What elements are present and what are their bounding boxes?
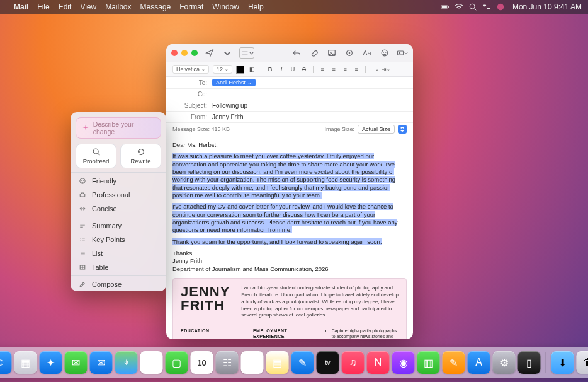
tone-concise-item[interactable]: Concise (71, 202, 166, 216)
underline-button[interactable]: U (289, 66, 297, 73)
align-center-button[interactable]: ≡ (330, 66, 337, 73)
menubar-clock[interactable]: Mon Jun 10 9:41 AM (512, 3, 582, 11)
list-icon (78, 249, 87, 258)
dock-numbers[interactable]: ▥ (417, 351, 440, 374)
list-button[interactable]: ☰⌄ (371, 66, 378, 73)
dock-appstore[interactable]: A (468, 351, 490, 374)
dock-downloads[interactable]: ⬇ (551, 351, 574, 374)
dock-launchpad[interactable]: ▦ (14, 351, 37, 374)
transform-summary-item[interactable]: Summary (71, 219, 166, 233)
strike-button[interactable]: S (300, 66, 308, 73)
control-center-icon[interactable] (482, 3, 491, 11)
window-close-button[interactable] (171, 50, 178, 56)
svg-point-22 (83, 180, 84, 181)
rewrite-label: Rewrite (130, 158, 150, 165)
battery-icon[interactable] (441, 3, 449, 11)
header-fields-button[interactable] (239, 47, 254, 59)
align-right-button[interactable]: ≡ (341, 66, 349, 73)
proofread-button[interactable]: Proofread (76, 144, 116, 168)
dock-news[interactable]: N (367, 351, 390, 374)
markup-button[interactable] (344, 48, 355, 58)
dock-maps[interactable]: ⌖ (115, 351, 138, 374)
dock-messages[interactable]: ✉ (65, 351, 88, 374)
rewrite-button[interactable]: Rewrite (120, 144, 161, 168)
dock-safari[interactable]: ✦ (40, 351, 62, 374)
image-size-select[interactable]: Actual Size (358, 125, 395, 134)
attach-button[interactable] (308, 48, 320, 58)
text-color-picker[interactable]: ◧ (248, 66, 256, 73)
to-field[interactable]: Andi Herbst⌄ (212, 79, 407, 86)
dock-calendar[interactable]: 10 (191, 351, 213, 374)
dock-contacts[interactable]: ☷ (216, 351, 239, 374)
media-browser-button[interactable] (397, 48, 408, 58)
dock-reminders[interactable]: ☰ (241, 351, 264, 374)
menu-help[interactable]: Help (248, 3, 264, 11)
tone-professional-item[interactable]: Professional (71, 188, 166, 202)
siri-icon[interactable] (496, 3, 505, 11)
dock-tv[interactable]: tv (317, 351, 339, 374)
menu-window[interactable]: Window (212, 3, 239, 11)
text-color-swatch[interactable] (236, 66, 244, 74)
align-left-button[interactable]: ≡ (319, 66, 326, 73)
align-justify-button[interactable]: ≡ (353, 66, 360, 73)
message-body[interactable]: Dear Ms. Herbst, It was such a pleasure … (166, 137, 413, 339)
send-button[interactable] (204, 48, 215, 58)
font-family-select[interactable]: Helvetica⌄ (172, 65, 209, 74)
text-format-button[interactable]: Aa (361, 48, 373, 58)
svg-rect-1 (442, 6, 447, 8)
font-size-select[interactable]: 12⌄ (213, 65, 232, 74)
dock-podcasts[interactable]: ◉ (392, 351, 415, 374)
dock-mail[interactable]: ✉ (90, 351, 113, 374)
app-menu[interactable]: Mail (14, 3, 28, 11)
reply-button[interactable] (291, 48, 302, 58)
wifi-icon[interactable] (455, 3, 463, 11)
subject-field-row: Subject: Following up (166, 100, 413, 112)
smile-icon (78, 177, 87, 185)
dock-freeform[interactable]: ✎ (291, 351, 314, 374)
send-options-button[interactable] (222, 48, 233, 58)
dock-iphone-mirror[interactable]: ▯ (518, 351, 541, 374)
menu-format[interactable]: Format (179, 3, 203, 11)
window-minimize-button[interactable] (181, 50, 188, 56)
attachment-preview[interactable]: JENNY FRITH I am a third-year student un… (172, 278, 407, 339)
dock-photos[interactable]: ✿ (140, 351, 163, 374)
tone-friendly-item[interactable]: Friendly (71, 174, 166, 188)
menubar: Mail File Edit View Mailbox Message Form… (0, 0, 588, 14)
svg-point-18 (93, 149, 98, 154)
bold-button[interactable]: B (266, 66, 274, 73)
window-titlebar[interactable]: Aa (166, 44, 413, 62)
spotlight-icon[interactable] (468, 3, 477, 11)
emoji-button[interactable] (379, 48, 390, 58)
menu-edit[interactable]: Edit (59, 3, 72, 11)
dock-separator (546, 352, 546, 373)
window-zoom-button[interactable] (191, 50, 198, 56)
dock-finder[interactable]: ☺ (0, 351, 12, 374)
transform-list-item[interactable]: List (71, 246, 166, 260)
recipient-token[interactable]: Andi Herbst⌄ (212, 79, 256, 86)
subject-field[interactable]: Following up (212, 102, 407, 109)
dock-settings[interactable]: ⚙ (493, 351, 516, 374)
insert-photo-button[interactable] (326, 48, 337, 58)
writing-tools-prompt-input[interactable]: Describe your change (76, 117, 161, 139)
menu-message[interactable]: Message (140, 3, 171, 11)
dock-notes[interactable]: ▤ (266, 351, 289, 374)
dock-facetime[interactable]: ▢ (166, 351, 188, 374)
menu-mailbox[interactable]: Mailbox (105, 3, 131, 11)
dock-pages[interactable]: ✎ (443, 351, 465, 374)
italic-button[interactable]: I (278, 66, 285, 73)
image-size-dropdown-button[interactable] (398, 125, 407, 134)
transform-keypoints-item[interactable]: Key Points (71, 233, 166, 246)
compose-item[interactable]: Compose (71, 277, 166, 291)
svg-point-15 (383, 52, 384, 52)
transform-table-item[interactable]: Table (71, 260, 166, 274)
pencil-icon (78, 280, 87, 289)
dock-trash[interactable]: 🗑 (577, 351, 589, 374)
dock-music[interactable]: ♫ (342, 351, 365, 374)
svg-rect-17 (398, 51, 404, 55)
summary-label: Summary (92, 222, 122, 229)
indent-outdent-button[interactable]: ⇥⌄ (382, 66, 390, 73)
from-field[interactable]: Jenny Frith (212, 113, 407, 120)
menu-view[interactable]: View (80, 3, 96, 11)
font-family-label: Helvetica (176, 66, 200, 72)
menu-file[interactable]: File (37, 3, 49, 11)
